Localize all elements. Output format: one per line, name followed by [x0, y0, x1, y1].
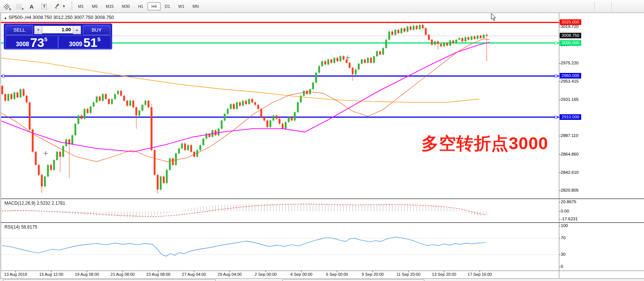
indicator-tick-label: 0.00: [561, 209, 569, 213]
price-badge-3008.750: 3008.750: [560, 33, 581, 38]
crosshair-mark: [346, 55, 350, 60]
date-tick-label: 6 Sep 00:00: [320, 272, 354, 277]
price-tick-label: 2975.220: [561, 61, 579, 65]
volume-input[interactable]: [42, 26, 73, 33]
price-badge-2960.000: 2960.000: [560, 73, 581, 79]
price-tick-label: 2820.805: [561, 188, 579, 192]
line-handle[interactable]: [555, 75, 557, 77]
chart-text-annotation[interactable]: 多空转折点3000: [421, 135, 548, 152]
date-tick-label: 11 Sep 20:00: [392, 272, 425, 277]
price-badge-3000.000: 3000.000: [560, 40, 581, 46]
line-handle[interactable]: [2, 75, 4, 77]
indicator-tick-label: 30: [561, 252, 566, 256]
price-tick-label: 2953.415: [561, 79, 579, 83]
macd-pane: [2, 204, 487, 218]
indicator-tick-label: -17.6231: [561, 217, 577, 221]
volume-increase-button[interactable]: ▲: [73, 26, 81, 34]
chart-symbol-title: ▲SP500-,H4 3008.750 3012.250 3007.750 30…: [4, 15, 114, 20]
date-tick-label: 13 Sep 20:00: [427, 272, 461, 277]
ma-orange-line: [0, 58, 479, 103]
buy-price-sup: 5: [97, 36, 100, 42]
window-left-border: [0, 13, 1, 278]
indicator-tick-label: 20.8675: [561, 199, 576, 204]
date-tick-label: 15 Aug 12:00: [35, 272, 68, 277]
price-tick-label: 2864.860: [561, 152, 579, 156]
price-badge-3025.000: 3025.000: [560, 19, 581, 25]
trading-terminal-window: E F A T ▼ M1 M5 M15: [0, 0, 644, 281]
one-click-trading-panel: SELL ▼ ▲ BUY 3008 73 5 3009 51 5: [4, 23, 112, 50]
buy-price-small: 3009: [69, 41, 82, 48]
sell-price-big: 73: [30, 37, 44, 48]
pane-divider-rsi[interactable]: [0, 222, 644, 223]
price-badge-2910.000: 2910.000: [560, 114, 581, 120]
triangle-icon: ▲: [4, 16, 7, 20]
ma-magenta-line: [0, 42, 490, 151]
date-tick-label: 27 Aug 04:00: [177, 272, 211, 277]
date-tick-label: 21 Aug 08:00: [106, 272, 139, 277]
buy-button[interactable]: BUY: [83, 25, 110, 35]
mouse-cursor: [491, 13, 496, 21]
date-tick-label: 23 Aug 08:00: [142, 272, 175, 277]
price-tick-label: 2887.110: [561, 133, 578, 138]
date-tick-label: 17 Sep 16:00: [463, 272, 496, 277]
ma-red-line: [0, 39, 490, 162]
sell-price-small: 3008: [16, 41, 29, 48]
indicator-tick-label: 0: [561, 264, 563, 269]
date-tick-label: 29 Aug 04:00: [213, 272, 246, 277]
date-tick-label: 19 Aug 08:00: [70, 272, 104, 277]
rsi-line: [2, 237, 486, 256]
price-tick-label: 2842.610: [561, 170, 579, 175]
chart-bottom-border: [0, 271, 644, 271]
crosshair-mark: [43, 151, 48, 156]
line-handle[interactable]: [555, 42, 557, 44]
rsi-pane: [0, 237, 559, 256]
sell-price-sup: 5: [44, 36, 47, 42]
date-tick-label: 2 Sep 00:00: [249, 272, 282, 277]
price-axis-border: [559, 13, 559, 278]
price-tick-label: 2931.165: [561, 97, 579, 102]
line-handle[interactable]: [555, 116, 557, 118]
date-tick-label: 13 Aug 2019: [0, 272, 32, 277]
buy-price-big: 51: [83, 37, 97, 48]
sell-button[interactable]: SELL: [6, 25, 33, 35]
indicator-tick-label: 100: [561, 223, 568, 228]
indicator-tick-label: 70: [561, 236, 566, 240]
volume-decrease-button[interactable]: ▼: [34, 26, 42, 34]
buy-price-display[interactable]: 3009 51 5: [58, 35, 111, 49]
macd-indicator-label: MACD(12,26,9) 2.5232 2.1781: [4, 201, 65, 206]
date-tick-label: 9 Sep 20:00: [356, 272, 389, 277]
sell-price-display[interactable]: 3008 73 5: [5, 35, 58, 49]
pane-divider-macd[interactable]: [0, 198, 644, 199]
rsi-indicator-label: RSI(14) 58.8175: [4, 224, 37, 230]
date-tick-label: 4 Sep 00:00: [285, 272, 318, 277]
